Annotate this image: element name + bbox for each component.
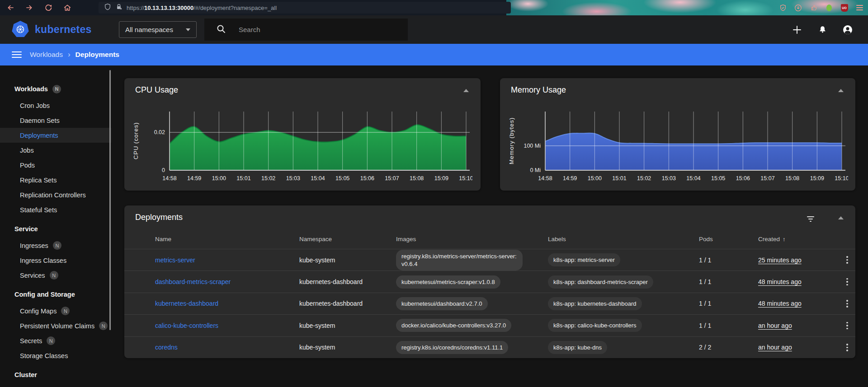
breadcrumb-workloads-link[interactable]: Workloads [30, 51, 63, 59]
svg-text:15:02: 15:02 [261, 175, 275, 182]
label-chip: k8s-app: kubernetes-dashboard [548, 297, 642, 310]
filter-icon[interactable] [807, 216, 815, 222]
deployments-table-body: metrics-serverkube-systemregistry.k8s.io… [124, 249, 855, 358]
column-header-pods[interactable]: Pods [699, 236, 758, 242]
url-text[interactable]: https://10.13.13.13:30000/#/deployment?n… [127, 5, 277, 11]
create-resource-icon[interactable] [791, 24, 803, 36]
ublock-origin-icon[interactable]: UO [840, 4, 848, 12]
row-actions-kebab-icon[interactable] [842, 254, 852, 266]
column-header-created[interactable]: Created↑ [758, 236, 842, 242]
notifications-bell-icon[interactable] [816, 24, 828, 36]
shield-extension-icon[interactable] [779, 4, 787, 12]
sidebar-section-header-service: Service [0, 220, 111, 238]
created-ago-link[interactable]: 25 minutes ago [758, 256, 802, 264]
forward-icon[interactable] [25, 4, 33, 12]
column-header-labels[interactable]: Labels [548, 236, 699, 242]
back-icon[interactable] [6, 4, 14, 12]
svg-text:15:04: 15:04 [311, 175, 325, 182]
sidebar-item-label: Deployments [20, 132, 58, 139]
status-cell [133, 300, 155, 307]
created-ago-link[interactable]: 48 minutes ago [758, 300, 802, 307]
sidebar-item-ingress-classes[interactable]: Ingress Classes [0, 253, 111, 268]
svg-text:0 Mi: 0 Mi [530, 167, 541, 173]
browser-toolbar: https://10.13.13.13:30000/#/deployment?n… [0, 0, 868, 15]
deployment-name-link[interactable]: metrics-server [155, 256, 195, 264]
reload-icon[interactable] [44, 4, 52, 12]
account-icon[interactable] [842, 24, 854, 36]
tracking-shield-icon[interactable] [104, 3, 111, 12]
namespaced-badge: N [61, 307, 70, 315]
deployments-card: Deployments NameNamespaceImagesLabelsPod… [124, 205, 855, 358]
namespaced-badge: N [99, 322, 108, 330]
hamburger-menu-icon[interactable] [12, 51, 22, 58]
deployment-name-link[interactable]: coredns [155, 344, 178, 351]
sidebar-item-pods[interactable]: Pods [0, 158, 111, 173]
created-ago-link[interactable]: an hour ago [758, 322, 792, 329]
memory-usage-card: Memory Usage Memory (bytes) 14:5814:5915… [500, 78, 855, 191]
lock-warning-icon[interactable] [115, 3, 123, 12]
svg-text:15:01: 15:01 [612, 175, 626, 182]
pods-cell: 1 / 1 [699, 256, 758, 264]
sidebar-item-config-maps[interactable]: Config MapsN [0, 303, 111, 318]
sidebar-item-label: Cron Jobs [20, 102, 50, 109]
namespace-cell: kubernetes-dashboard [299, 300, 396, 307]
deployment-name-link[interactable]: kubernetes-dashboard [155, 300, 218, 307]
kubernetes-brand[interactable]: kubernetes [12, 21, 92, 38]
column-header-namespace[interactable]: Namespace [299, 236, 396, 242]
download-extension-icon[interactable] [794, 4, 802, 12]
search-box[interactable] [204, 19, 408, 41]
sidebar-item-replica-sets[interactable]: Replica Sets [0, 173, 111, 187]
breadcrumb-bar: Workloads › Deployments [0, 44, 868, 65]
label-chip: k8s-app: metrics-server [548, 253, 620, 266]
image-chip: registry.k8s.io/coredns/coredns:v1.11.1 [396, 341, 508, 354]
breadcrumb: Workloads › Deployments [30, 50, 119, 59]
created-ago-link[interactable]: 48 minutes ago [758, 278, 802, 285]
sidebar-section-config-and-storage: Config and StorageConfig MapsNPersistent… [0, 285, 111, 363]
sidebar-item-label: Storage Classes [20, 352, 68, 359]
sidebar-item-label: Replica Sets [20, 177, 57, 184]
sidebar-item-daemon-sets[interactable]: Daemon Sets [0, 113, 111, 128]
svg-text:14:59: 14:59 [563, 175, 577, 182]
column-header-images[interactable]: Images [396, 236, 548, 242]
sidebar-item-replication-controllers[interactable]: Replication Controllers [0, 187, 111, 202]
sidebar-item-services[interactable]: ServicesN [0, 268, 111, 283]
name-cell: coredns [155, 344, 299, 351]
pods-cell: 2 / 2 [699, 344, 758, 351]
sidebar-item-jobs[interactable]: Jobs [0, 143, 111, 158]
namespace-selector[interactable]: All namespaces [119, 21, 197, 38]
svg-text:15:05: 15:05 [711, 175, 725, 182]
sidebar-section-label: Cluster [14, 371, 37, 378]
namespace-cell: kubernetes-dashboard [299, 278, 396, 285]
search-input[interactable] [239, 26, 388, 33]
sort-ascending-icon: ↑ [783, 236, 786, 242]
svg-text:15:09: 15:09 [810, 175, 824, 182]
table-row-calico-kube-controllers: calico-kube-controllerskube-systemdocker… [124, 314, 855, 336]
sidebar-item-stateful-sets[interactable]: Stateful Sets [0, 202, 111, 217]
status-cell [133, 322, 155, 329]
sidebar-item-persistent-volume-claims[interactable]: Persistent Volume ClaimsN [0, 318, 111, 333]
collapse-up-icon[interactable] [838, 216, 844, 219]
column-header-name[interactable]: Name [155, 236, 299, 242]
browser-menu-icon[interactable] [856, 4, 863, 12]
url-bar[interactable]: https://10.13.13.13:30000/#/deployment?n… [99, 2, 511, 14]
home-icon[interactable] [63, 4, 71, 12]
row-actions-kebab-icon[interactable] [842, 320, 852, 331]
sidebar-scrollbar[interactable] [109, 70, 111, 330]
sidebar-item-ingresses[interactable]: IngressesN [0, 238, 111, 253]
vpn-extension-icon[interactable] [825, 4, 833, 12]
created-ago-link[interactable]: an hour ago [758, 344, 792, 351]
collapse-up-icon[interactable] [463, 89, 469, 92]
deployments-card-title: Deployments [135, 213, 183, 222]
deployment-name-link[interactable]: dashboard-metrics-scraper [155, 278, 231, 285]
deployment-name-link[interactable]: calico-kube-controllers [155, 322, 218, 329]
sidebar-item-deployments[interactable]: Deployments [0, 128, 111, 143]
row-actions-kebab-icon[interactable] [842, 276, 852, 288]
sidebar-item-storage-classes[interactable]: Storage Classes [0, 348, 111, 363]
row-actions-kebab-icon[interactable] [842, 298, 852, 309]
pods-cell: 1 / 1 [699, 322, 758, 329]
collapse-up-icon[interactable] [838, 89, 844, 92]
sidebar-item-secrets[interactable]: SecretsN [0, 333, 111, 348]
row-actions-kebab-icon[interactable] [842, 342, 852, 353]
sidebar-item-cron-jobs[interactable]: Cron Jobs [0, 98, 111, 113]
thumb-extension-icon[interactable] [810, 4, 817, 12]
